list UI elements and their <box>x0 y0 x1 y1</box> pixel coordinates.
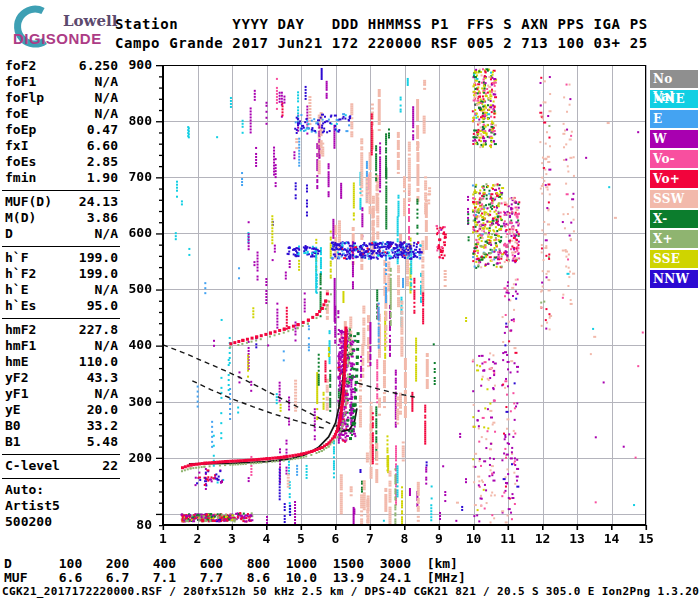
param-value: N/A <box>95 386 118 402</box>
x-tick-label: 5 <box>290 531 312 546</box>
legend-item-vo+: Vo+ <box>650 170 698 188</box>
param-label: yF2 <box>5 370 28 386</box>
y-tick-label: 500 <box>118 281 152 296</box>
param-row: h`Es95.0 <box>2 298 120 314</box>
logo-lowell-text: Lowell <box>63 12 117 30</box>
param-row: h`F2199.0 <box>2 266 120 282</box>
param-label: foF2 <box>5 58 36 74</box>
param-label: yE <box>5 402 21 418</box>
y-tick-label: 200 <box>118 450 152 465</box>
x-tick-label: 13 <box>566 531 588 546</box>
param-separator <box>2 246 120 247</box>
param-value: N/A <box>95 106 118 122</box>
param-row: hmF2227.8 <box>2 322 120 338</box>
param-row: foFlpN/A <box>2 90 120 106</box>
param-label: M(D) <box>5 210 36 226</box>
header-line-2: Campo Grande 2017 Jun21 172 220000 RSF 0… <box>115 35 648 51</box>
param-value: 110.0 <box>79 354 118 370</box>
param-value: N/A <box>95 74 118 90</box>
parameter-panel: foF26.250foF1N/AfoFlpN/AfoEN/AfoEp0.47fx… <box>2 58 120 530</box>
param-row: Auto: <box>2 482 120 498</box>
param-label: C-level <box>5 458 60 474</box>
param-row: DN/A <box>2 226 120 242</box>
param-value: N/A <box>95 226 118 242</box>
param-label: fmin <box>5 170 36 186</box>
param-label: foFlp <box>5 90 44 106</box>
param-row: foF1N/A <box>2 74 120 90</box>
y-tick-label: 700 <box>118 169 152 184</box>
x-tick-label: 6 <box>325 531 347 546</box>
param-value: 199.0 <box>79 266 118 282</box>
param-label: hmE <box>5 354 28 370</box>
x-tick-label: 12 <box>532 531 554 546</box>
param-row: B033.2 <box>2 418 120 434</box>
header-block: Station YYYY DAY DDD HHMMSS P1 FFS S AXN… <box>115 15 648 53</box>
param-row: foEp0.47 <box>2 122 120 138</box>
distance-row: D 100 200 400 600 800 1000 1500 3000 [km… <box>4 556 458 571</box>
param-row: 500200 <box>2 514 120 530</box>
legend-item-sse: SSE <box>650 250 698 268</box>
param-row: foF26.250 <box>2 58 120 74</box>
param-row: hmE110.0 <box>2 354 120 370</box>
param-label: Auto: <box>5 482 44 498</box>
x-tick-label: 7 <box>359 531 381 546</box>
param-value: 5.48 <box>87 434 118 450</box>
param-value: N/A <box>95 282 118 298</box>
param-row: yE20.0 <box>2 402 120 418</box>
param-value: 3.86 <box>87 210 118 226</box>
param-label: D <box>5 226 13 242</box>
x-tick-label: 1 <box>152 531 174 546</box>
x-tick-label: 8 <box>394 531 416 546</box>
param-label: yF1 <box>5 386 28 402</box>
x-tick-label: 10 <box>463 531 485 546</box>
x-tick-label: 14 <box>601 531 623 546</box>
legend-item-x-: X- <box>650 210 698 228</box>
param-label: foF1 <box>5 74 36 90</box>
x-tick-label: 9 <box>428 531 450 546</box>
param-label: Artist5 <box>5 498 60 514</box>
legend-item-nnw: NNW <box>650 270 698 288</box>
param-label: foE <box>5 106 28 122</box>
ionogram-page: Lowell DIGISONDE Station YYYY DAY DDD HH… <box>0 0 700 600</box>
param-value: 22 <box>102 458 118 474</box>
echo-direction-legend: No ValNNEEWVo-Vo+SSWX-X+SSENNW <box>650 70 698 290</box>
param-label: B0 <box>5 418 21 434</box>
param-value: 95.0 <box>87 298 118 314</box>
param-value: 0.47 <box>87 122 118 138</box>
x-tick-label: 11 <box>497 531 519 546</box>
param-value: 227.8 <box>79 322 118 338</box>
param-row: yF243.3 <box>2 370 120 386</box>
param-row: fxI6.60 <box>2 138 120 154</box>
legend-item-x+: X+ <box>650 230 698 248</box>
y-tick-label: 400 <box>118 337 152 352</box>
x-tick-label: 15 <box>635 531 657 546</box>
param-value: 24.13 <box>79 194 118 210</box>
param-value: 33.2 <box>87 418 118 434</box>
param-row: h`F199.0 <box>2 250 120 266</box>
param-label: foEs <box>5 154 36 170</box>
param-row: foEs2.85 <box>2 154 120 170</box>
legend-item-nne: NNE <box>650 90 698 108</box>
x-tick-label: 2 <box>187 531 209 546</box>
param-separator <box>2 454 120 455</box>
param-row: M(D)3.86 <box>2 210 120 226</box>
y-tick-label: 600 <box>118 225 152 240</box>
param-separator <box>2 190 120 191</box>
param-value: N/A <box>95 338 118 354</box>
param-row: Artist5 <box>2 498 120 514</box>
param-row: h`EN/A <box>2 282 120 298</box>
param-separator <box>2 318 120 319</box>
legend-item-w: W <box>650 130 698 148</box>
param-label: h`E <box>5 282 28 298</box>
param-label: 500200 <box>5 514 52 530</box>
y-tick-label: 80 <box>118 517 152 532</box>
x-tick-label: 4 <box>256 531 278 546</box>
param-label: h`Es <box>5 298 36 314</box>
ionogram-canvas <box>155 63 648 533</box>
legend-item-noval: No Val <box>650 70 698 88</box>
param-label: foEp <box>5 122 36 138</box>
param-value: 6.250 <box>79 58 118 74</box>
legend-item-ssw: SSW <box>650 190 698 208</box>
param-value: 20.0 <box>87 402 118 418</box>
param-label: B1 <box>5 434 21 450</box>
